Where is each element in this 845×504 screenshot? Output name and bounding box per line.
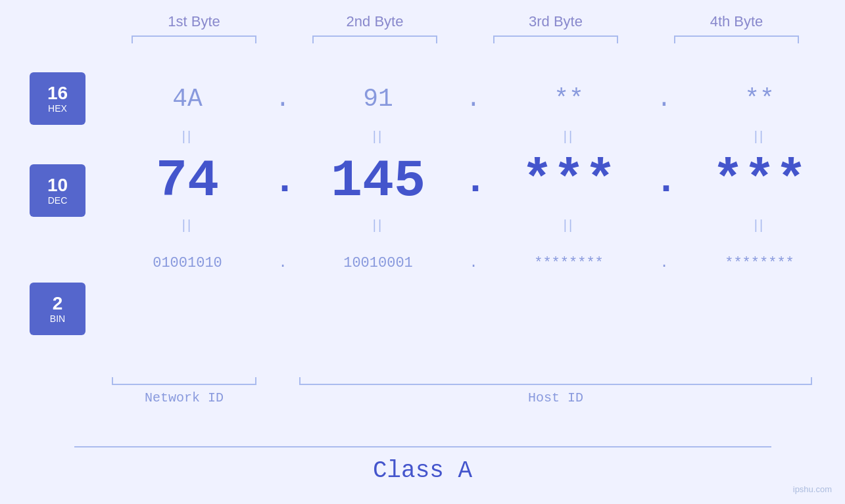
- host-id-label: Host ID: [528, 390, 583, 405]
- eq7: ||: [503, 218, 635, 233]
- dec-val2: 145: [312, 151, 444, 211]
- network-id-bracket: Network ID: [112, 377, 256, 405]
- bin-val4: ********: [694, 255, 825, 271]
- bracket-top-3: [493, 35, 618, 43]
- class-line: [74, 446, 771, 447]
- byte3-header: 3rd Byte: [483, 13, 628, 30]
- eq8: ||: [694, 218, 825, 233]
- hex-row: 4A . 91 . ** . **: [112, 72, 835, 125]
- eq1: ||: [122, 129, 253, 144]
- bin-row: 01001010 . 10010001 . ******** . *******…: [112, 237, 835, 289]
- eq3: ||: [503, 129, 635, 144]
- hex-val1: 4A: [122, 85, 253, 113]
- equals-row-1: || || || ||: [112, 125, 835, 148]
- equals-row-2: || || || ||: [112, 214, 835, 237]
- class-label: Class A: [373, 457, 472, 484]
- eq5: ||: [122, 218, 253, 233]
- hex-dot3: .: [654, 85, 674, 113]
- eq4: ||: [694, 129, 825, 144]
- dec-val1: 74: [122, 151, 253, 211]
- class-area: Class A: [0, 446, 845, 484]
- network-id-label: Network ID: [145, 390, 224, 405]
- bin-dot1: .: [273, 255, 293, 271]
- byte1-header: 1st Byte: [122, 13, 266, 30]
- byte4-header: 4th Byte: [664, 13, 809, 30]
- bin-dot3: .: [654, 255, 674, 271]
- eq2: ||: [312, 129, 444, 144]
- hex-dot2: .: [464, 85, 483, 113]
- content-area: 4A . 91 . ** . ** || || || || 74 . 145 .…: [0, 72, 845, 289]
- main-container: 1st Byte 2nd Byte 3rd Byte 4th Byte 16 H…: [0, 0, 845, 504]
- dec-dot3: .: [654, 151, 674, 210]
- watermark: ipshu.com: [793, 484, 832, 494]
- bin-badge: 2 BIN: [30, 283, 85, 335]
- dec-val4: ***: [694, 151, 825, 211]
- hex-val2: 91: [312, 85, 444, 113]
- bracket-top-4: [674, 35, 799, 43]
- bin-val1: 01001010: [122, 255, 253, 271]
- bracket-top-2: [312, 35, 437, 43]
- dec-val3: ***: [503, 151, 635, 211]
- byte-headers: 1st Byte 2nd Byte 3rd Byte 4th Byte: [104, 13, 827, 30]
- bin-dot2: .: [464, 255, 483, 271]
- eq6: ||: [312, 218, 444, 233]
- host-id-bracket: Host ID: [276, 377, 835, 405]
- dec-row: 74 . 145 . *** . ***: [112, 148, 835, 214]
- bracket-top-1: [132, 35, 256, 43]
- hex-val4: **: [694, 85, 825, 113]
- bin-badge-number: 2: [53, 294, 63, 314]
- top-brackets: [104, 35, 827, 43]
- byte2-header: 2nd Byte: [302, 13, 447, 30]
- hex-dot1: .: [273, 85, 293, 113]
- bin-val3: ********: [503, 255, 635, 271]
- bin-badge-label: BIN: [50, 313, 65, 324]
- dec-dot2: .: [464, 151, 483, 210]
- network-bracket-line: [112, 377, 256, 385]
- bottom-brackets: Network ID Host ID: [112, 377, 835, 405]
- host-bracket-line: [299, 377, 812, 385]
- dec-dot1: .: [273, 151, 293, 210]
- hex-val3: **: [503, 85, 635, 113]
- bin-val2: 10010001: [312, 255, 444, 271]
